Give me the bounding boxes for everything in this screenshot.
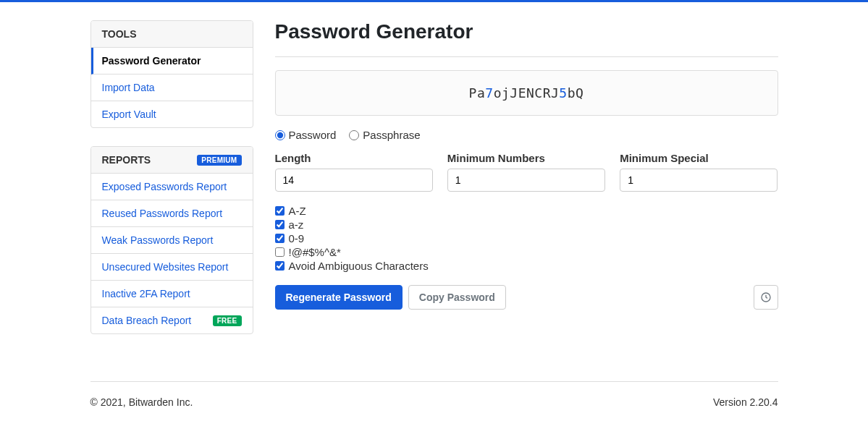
check-ambiguous-label[interactable]: Avoid Ambiguous Characters (275, 260, 778, 272)
sidebar-item-inactive-2fa[interactable]: Inactive 2FA Report (91, 281, 253, 307)
check-numbers[interactable] (275, 234, 285, 243)
length-field-group: Length (275, 152, 433, 192)
check-upper-label[interactable]: A-Z (275, 205, 778, 217)
radio-passphrase[interactable] (349, 130, 359, 140)
check-special-label[interactable]: !@#$%^&* (275, 246, 778, 258)
tools-header: TOOLS (91, 21, 253, 48)
check-upper[interactable] (275, 206, 285, 216)
min-numbers-field-group: Minimum Numbers (447, 152, 605, 192)
tools-header-label: TOOLS (102, 28, 137, 40)
footer-version: Version 2.20.4 (713, 396, 778, 408)
min-special-label: Minimum Special (620, 152, 778, 164)
sidebar-item-password-generator[interactable]: Password Generator (91, 48, 253, 75)
sidebar-item-weak-passwords[interactable]: Weak Passwords Report (91, 227, 253, 254)
sidebar-item-data-breach[interactable]: Data Breach Report FREE (91, 307, 253, 333)
length-input[interactable] (275, 169, 433, 192)
min-special-field-group: Minimum Special (620, 152, 778, 192)
free-badge: FREE (213, 315, 242, 326)
check-lower[interactable] (275, 220, 285, 229)
sidebar: TOOLS Password Generator Import Data Exp… (90, 20, 253, 352)
radio-password-label[interactable]: Password (275, 129, 337, 141)
footer: © 2021, Bitwarden Inc. Version 2.20.4 (90, 381, 778, 430)
footer-copyright: © 2021, Bitwarden Inc. (90, 396, 193, 408)
check-numbers-label[interactable]: 0-9 (275, 232, 778, 244)
radio-passphrase-label[interactable]: Passphrase (349, 129, 420, 141)
history-button[interactable] (754, 285, 778, 310)
type-radio-group: Password Passphrase (275, 129, 778, 141)
sidebar-item-import-data[interactable]: Import Data (91, 75, 253, 101)
min-numbers-input[interactable] (447, 169, 605, 192)
copy-button[interactable]: Copy Password (408, 285, 506, 310)
numeric-options-row: Length Minimum Numbers Minimum Special (275, 152, 778, 192)
sidebar-item-exposed-passwords[interactable]: Exposed Passwords Report (91, 174, 253, 200)
reports-card: REPORTS PREMIUM Exposed Passwords Report… (90, 146, 253, 334)
check-ambiguous[interactable] (275, 261, 285, 271)
tools-card: TOOLS Password Generator Import Data Exp… (90, 20, 253, 128)
reports-header-label: REPORTS (102, 154, 151, 166)
page-title: Password Generator (275, 20, 778, 43)
min-numbers-label: Minimum Numbers (447, 152, 605, 164)
reports-header: REPORTS PREMIUM (91, 147, 253, 174)
generated-password-display: Pa7ojJENCRJ5bQ (275, 70, 778, 116)
sidebar-item-export-vault[interactable]: Export Vault (91, 101, 253, 127)
check-lower-label[interactable]: a-z (275, 218, 778, 231)
min-special-input[interactable] (620, 169, 778, 192)
character-options: A-Z a-z 0-9 !@#$%^&* Avoid Ambiguous Cha… (275, 205, 778, 272)
title-separator (275, 56, 778, 57)
history-icon (760, 292, 772, 303)
sidebar-item-reused-passwords[interactable]: Reused Passwords Report (91, 200, 253, 227)
regenerate-button[interactable]: Regenerate Password (275, 285, 403, 310)
action-row: Regenerate Password Copy Password (275, 285, 778, 310)
check-special[interactable] (275, 247, 285, 257)
main-content: Password Generator Pa7ojJENCRJ5bQ Passwo… (275, 20, 778, 352)
radio-password[interactable] (275, 130, 285, 140)
length-label: Length (275, 152, 433, 164)
premium-badge: PREMIUM (197, 155, 241, 166)
sidebar-item-unsecured-websites[interactable]: Unsecured Websites Report (91, 254, 253, 281)
